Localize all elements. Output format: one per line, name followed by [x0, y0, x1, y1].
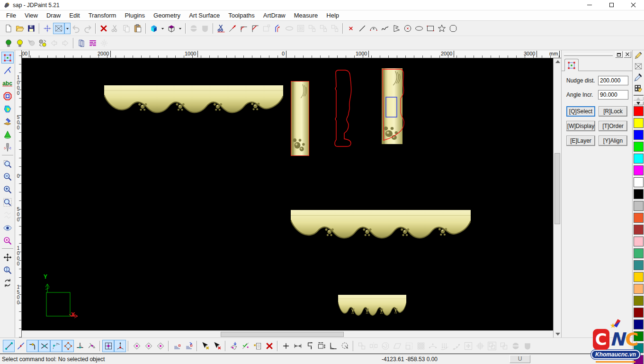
- snap-quadrant-button[interactable]: [62, 340, 74, 352]
- pan-button[interactable]: [1, 251, 14, 263]
- color-swatch-gold[interactable]: [634, 272, 644, 282]
- relief-post-right[interactable]: [382, 68, 405, 144]
- view-wireframe-dropdown[interactable]: [177, 23, 183, 34]
- maximize-button[interactable]: [600, 0, 622, 10]
- menu-artdraw[interactable]: ArtDraw: [259, 10, 290, 20]
- color-swatch-dark-red[interactable]: [634, 308, 644, 318]
- color-swatch-magenta[interactable]: [634, 165, 644, 175]
- measure-path-button[interactable]: [304, 340, 315, 352]
- current-color-swatch[interactable]: [634, 95, 644, 96]
- horizontal-scroll-thumb[interactable]: [221, 332, 344, 337]
- open-file-button[interactable]: [14, 23, 26, 34]
- snap-perpendicular-button[interactable]: [74, 340, 86, 352]
- contour-tool-button[interactable]: [1, 90, 14, 102]
- polygon-tool-button[interactable]: [447, 23, 459, 34]
- zoom-window-button[interactable]: [1, 196, 14, 208]
- zoom-extents-button[interactable]: [1, 158, 14, 170]
- light-on-button[interactable]: [3, 37, 14, 49]
- arc-tool-button[interactable]: [368, 23, 379, 34]
- relief-border-middle[interactable]: [291, 210, 471, 246]
- drop-to-surface-button[interactable]: [228, 340, 240, 352]
- zoom-out-button[interactable]: [1, 171, 14, 182]
- relief-post-left[interactable]: [291, 82, 309, 155]
- menu-geometry[interactable]: Geometry: [149, 10, 185, 20]
- pick-point-button[interactable]: [199, 340, 211, 352]
- fillet-tool-button[interactable]: [238, 23, 250, 34]
- menu-draw[interactable]: Draw: [42, 10, 65, 20]
- menu-plugins[interactable]: Plugins: [120, 10, 149, 20]
- color-swatch-blue[interactable]: [634, 130, 644, 140]
- measure-distance-button[interactable]: [292, 340, 304, 352]
- region-fill-tool-button[interactable]: [1, 103, 14, 115]
- menu-toolpaths[interactable]: Toolpaths: [224, 10, 259, 20]
- star-tool-button[interactable]: [436, 23, 447, 34]
- menu-help[interactable]: Help: [322, 10, 343, 20]
- menu-view[interactable]: View: [20, 10, 42, 20]
- measure-point-button[interactable]: [280, 340, 292, 352]
- view-options-button[interactable]: [1, 222, 14, 234]
- save-button[interactable]: [26, 23, 37, 34]
- vertical-scrollbar[interactable]: [553, 58, 561, 337]
- snap-intersection-button[interactable]: [38, 340, 50, 352]
- cnc-toolpath-button[interactable]: [1, 141, 14, 153]
- point-tool-button[interactable]: [345, 23, 357, 34]
- scroll-up-icon[interactable]: [555, 60, 560, 63]
- color-swatch-brown[interactable]: [634, 225, 644, 235]
- nudge-dist-input[interactable]: [598, 76, 628, 85]
- snap-diamond-center-button[interactable]: [131, 340, 143, 352]
- snap-corner-button[interactable]: [27, 340, 38, 352]
- layer-hotkey-button[interactable]: [E]Layer: [566, 136, 595, 146]
- snap-tangent-arc-button[interactable]: [50, 340, 62, 352]
- check-curve-button[interactable]: [240, 340, 251, 352]
- snap-endpoint-button[interactable]: [3, 340, 15, 352]
- offset-path-button[interactable]: [272, 23, 284, 34]
- panel-grip[interactable]: [564, 54, 613, 56]
- lock-hotkey-button[interactable]: [R]Lock: [599, 106, 627, 117]
- color-swatch-black[interactable]: [634, 189, 644, 199]
- pages-panel-button[interactable]: [76, 37, 87, 49]
- align-hotkey-button[interactable]: [Y]Align: [599, 136, 627, 146]
- swap-light-button[interactable]: [37, 37, 48, 49]
- marquee-color-button[interactable]: [633, 61, 644, 72]
- color-swatch-sea-green[interactable]: [634, 248, 644, 258]
- display-hotkey-button[interactable]: [W]Display: [566, 121, 595, 131]
- relief-tool-button[interactable]: [1, 128, 14, 140]
- color-swatch-silver[interactable]: [634, 201, 644, 211]
- select-mode-dropdown[interactable]: [64, 23, 71, 34]
- chamfer-tool-button[interactable]: [250, 23, 261, 34]
- snap-tangent-button[interactable]: [86, 340, 98, 352]
- color-swatch-orange-red[interactable]: [634, 213, 644, 223]
- angle-incr-input[interactable]: [598, 90, 628, 100]
- vertical-scroll-thumb[interactable]: [555, 153, 560, 224]
- zoom-scale-button[interactable]: [1, 264, 14, 276]
- palette-scroll-down-button[interactable]: [634, 101, 644, 105]
- snap-nearest-button[interactable]: [15, 340, 27, 352]
- new-file-button[interactable]: [3, 23, 14, 34]
- color-swatch-cyan[interactable]: [634, 154, 644, 164]
- palette-edit-button[interactable]: [633, 83, 644, 93]
- color-picker-button[interactable]: [633, 72, 644, 82]
- relief-border-small[interactable]: [338, 295, 406, 321]
- menu-art-surface[interactable]: Art Surface: [185, 10, 224, 20]
- color-swatch-olive[interactable]: [634, 296, 644, 306]
- snap-diamond-top-button[interactable]: [143, 340, 154, 352]
- measure-angle-button[interactable]: [327, 340, 339, 352]
- select-tool-button[interactable]: [1, 52, 14, 64]
- profile-outline[interactable]: [330, 68, 358, 153]
- light-off-button[interactable]: [14, 37, 26, 49]
- extend-tool-button[interactable]: [227, 23, 238, 34]
- color-swatch-teal-dark[interactable]: [634, 260, 644, 270]
- color-swatch-red[interactable]: [634, 106, 644, 116]
- trim-tool-button[interactable]: [215, 23, 227, 34]
- align-to-layer-button[interactable]: [171, 340, 183, 352]
- close-button[interactable]: [622, 0, 644, 10]
- color-swatch-yellow[interactable]: [634, 118, 644, 128]
- panel-close-button[interactable]: [624, 51, 631, 58]
- relief-border-top[interactable]: [104, 85, 283, 120]
- view-solid-dropdown[interactable]: [160, 23, 166, 34]
- remove-point-button[interactable]: [211, 340, 223, 352]
- line-tool-button[interactable]: [357, 23, 368, 34]
- horizontal-scrollbar[interactable]: [22, 330, 553, 337]
- delete-button[interactable]: [98, 23, 109, 34]
- text-tool-button[interactable]: abc: [1, 77, 14, 89]
